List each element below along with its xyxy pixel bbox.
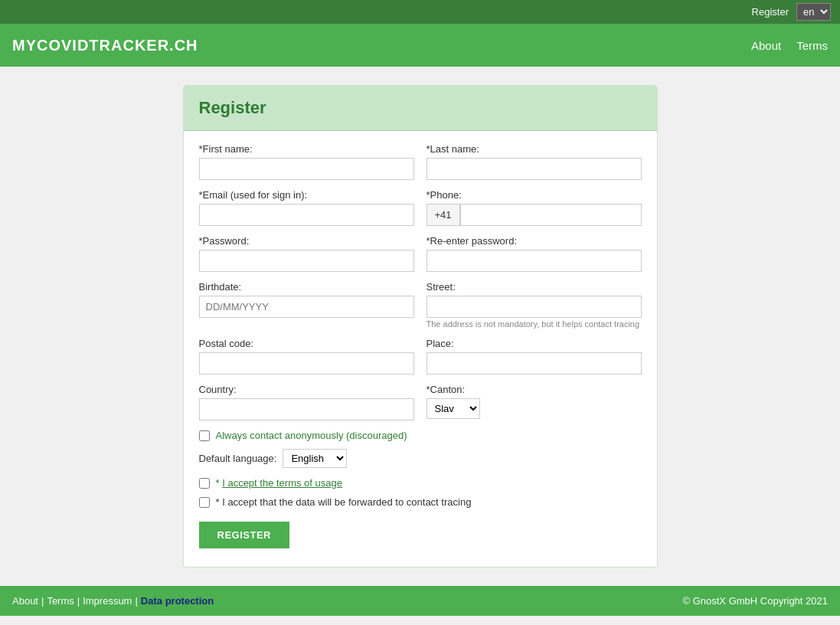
nav-bar: MYCOVIDTRACKER.CH About Terms bbox=[0, 24, 840, 67]
language-row: Default language: English Deutsch França… bbox=[199, 449, 642, 468]
email-input[interactable] bbox=[199, 204, 414, 226]
register-title: Register bbox=[199, 98, 266, 117]
street-input[interactable] bbox=[427, 296, 642, 318]
postal-code-label: Postal code: bbox=[199, 338, 414, 349]
last-name-label: *Last name: bbox=[427, 143, 642, 155]
anonymous-checkbox-row: Always contact anonymously (discouraged) bbox=[199, 430, 642, 441]
birthdate-street-row: Birthdate: Street: The address is not ma… bbox=[199, 281, 642, 329]
birthdate-group: Birthdate: bbox=[199, 281, 414, 329]
postal-place-row: Postal code: Place: bbox=[199, 338, 642, 375]
register-header: Register bbox=[184, 86, 657, 131]
reenter-password-group: *Re-enter password: bbox=[427, 235, 642, 272]
anonymous-label: Always contact anonymously (discouraged) bbox=[216, 430, 407, 441]
postal-code-group: Postal code: bbox=[199, 338, 414, 375]
last-name-input[interactable] bbox=[427, 158, 642, 180]
place-group: Place: bbox=[427, 338, 642, 375]
register-card: Register *First name: *Last name: *Email… bbox=[183, 85, 658, 568]
top-bar: Register en de fr it bbox=[0, 0, 840, 24]
place-input[interactable] bbox=[427, 352, 642, 375]
language-label: Default language: bbox=[199, 453, 277, 464]
postal-code-input[interactable] bbox=[199, 352, 414, 375]
terms-checkbox-row: * I accept the terms of usage bbox=[199, 477, 642, 489]
first-name-label: *First name: bbox=[199, 143, 414, 155]
nav-links: About Terms bbox=[751, 39, 828, 52]
language-select[interactable]: English Deutsch Français Italiano bbox=[283, 449, 347, 468]
register-body: *First name: *Last name: *Email (used fo… bbox=[184, 131, 657, 567]
phone-prefix: +41 bbox=[427, 204, 460, 226]
phone-group: *Phone: +41 bbox=[427, 189, 642, 226]
terms-link[interactable]: I accept the terms of usage bbox=[222, 477, 342, 489]
phone-label: *Phone: bbox=[427, 189, 642, 201]
nav-terms-link[interactable]: Terms bbox=[796, 39, 828, 52]
data-forward-checkbox[interactable] bbox=[199, 497, 210, 508]
terms-checkbox[interactable] bbox=[199, 478, 210, 489]
birthdate-label: Birthdate: bbox=[199, 281, 414, 293]
reenter-password-input[interactable] bbox=[427, 250, 642, 272]
password-input[interactable] bbox=[199, 250, 414, 272]
phone-number-input[interactable] bbox=[460, 204, 642, 226]
register-button[interactable]: REGISTER bbox=[199, 522, 289, 548]
brand-logo: MYCOVIDTRACKER.CH bbox=[12, 37, 198, 54]
nav-about-link[interactable]: About bbox=[751, 39, 781, 52]
email-group: *Email (used for sign in): bbox=[199, 189, 414, 226]
country-label: Country: bbox=[199, 384, 414, 395]
street-label: Street: bbox=[427, 281, 642, 293]
first-name-input[interactable] bbox=[199, 158, 414, 180]
canton-group: *Canton: Slav AGAIARBE BLBSFRGE GLGRJULU… bbox=[427, 384, 642, 420]
footer-data-protection-link[interactable]: Data protection bbox=[141, 595, 214, 607]
email-phone-row: *Email (used for sign in): *Phone: +41 bbox=[199, 189, 642, 226]
data-forward-checkbox-row: * I accept that the data will be forward… bbox=[199, 496, 642, 508]
address-hint: The address is not mandatory, but it hel… bbox=[427, 319, 642, 329]
reenter-password-label: *Re-enter password: bbox=[427, 235, 642, 247]
country-group: Country: bbox=[199, 384, 414, 420]
footer-copyright: © GnostX GmbH Copyright 2021 bbox=[683, 595, 829, 607]
footer-impressum-link[interactable]: Impressum bbox=[83, 595, 132, 607]
country-input[interactable] bbox=[199, 398, 414, 420]
data-forward-label: * I accept that the data will be forward… bbox=[216, 496, 472, 508]
last-name-group: *Last name: bbox=[427, 143, 642, 180]
footer-about-link[interactable]: About bbox=[12, 595, 38, 607]
password-row: *Password: *Re-enter password: bbox=[199, 235, 642, 272]
password-label: *Password: bbox=[199, 235, 414, 247]
language-selector[interactable]: en de fr it bbox=[796, 3, 831, 21]
main-content: Register *First name: *Last name: *Email… bbox=[0, 67, 840, 586]
canton-label: *Canton: bbox=[427, 384, 642, 395]
name-row: *First name: *Last name: bbox=[199, 143, 642, 180]
topbar-register-link[interactable]: Register bbox=[752, 6, 789, 18]
footer: About | Terms | Impressum | Data protect… bbox=[0, 586, 840, 616]
phone-input-group: +41 bbox=[427, 204, 642, 226]
terms-label: * I accept the terms of usage bbox=[216, 477, 342, 489]
place-label: Place: bbox=[427, 338, 642, 349]
first-name-group: *First name: bbox=[199, 143, 414, 180]
canton-select[interactable]: Slav AGAIARBE BLBSFRGE GLGRJULU NENWOWSG… bbox=[427, 398, 480, 419]
password-group: *Password: bbox=[199, 235, 414, 272]
email-label: *Email (used for sign in): bbox=[199, 189, 414, 201]
country-canton-row: Country: *Canton: Slav AGAIARBE BLBSFRGE… bbox=[199, 384, 642, 420]
footer-links: About | Terms | Impressum | Data protect… bbox=[12, 595, 214, 607]
footer-terms-link[interactable]: Terms bbox=[47, 595, 74, 607]
anonymous-checkbox[interactable] bbox=[199, 430, 210, 441]
birthdate-input[interactable] bbox=[199, 296, 414, 318]
street-group: Street: The address is not mandatory, bu… bbox=[427, 281, 642, 329]
